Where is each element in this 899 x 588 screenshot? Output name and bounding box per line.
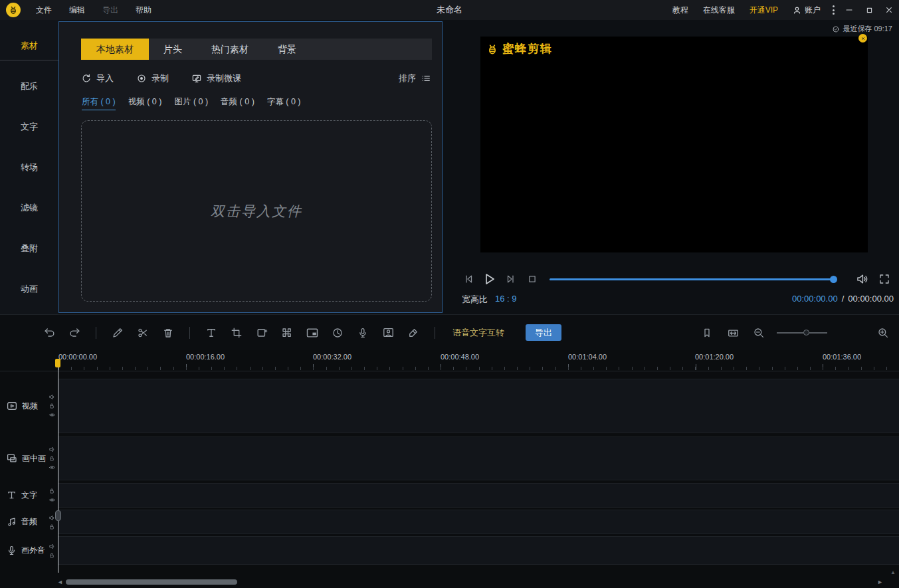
zoom-in-button[interactable] — [875, 325, 891, 341]
scroll-up-arrow[interactable]: ▲ — [890, 569, 896, 575]
filter-image[interactable]: 图片 ( 0 ) — [174, 96, 208, 110]
pip-track-lane[interactable] — [58, 437, 899, 480]
play-button[interactable] — [481, 271, 497, 287]
timeline-zoom-handle[interactable] — [803, 330, 809, 336]
seek-slider[interactable] — [549, 278, 836, 280]
lock-track-icon[interactable] — [49, 552, 55, 559]
redo-button[interactable] — [66, 325, 82, 341]
hscroll-thumb[interactable] — [66, 579, 237, 585]
ruler-label: 00:00:00.00 — [58, 353, 97, 361]
tab-intro[interactable]: 片头 — [149, 39, 197, 60]
seek-slider-handle[interactable] — [830, 276, 837, 283]
scroll-right-arrow[interactable]: ► — [877, 579, 883, 585]
sidebar-item-text[interactable]: 文字 — [0, 106, 58, 147]
left-sidebar: 素材 配乐 文字 转场 滤镜 叠附 动画 — [0, 20, 58, 314]
playhead-handle[interactable] — [55, 359, 60, 367]
filter-video[interactable]: 视频 ( 0 ) — [128, 96, 162, 110]
hide-track-icon[interactable] — [49, 496, 56, 504]
delete-button[interactable] — [160, 325, 176, 341]
app-logo-icon[interactable] — [6, 3, 21, 17]
close-button[interactable] — [879, 0, 899, 20]
voice-text-convert-button[interactable]: 语音文字互转 — [452, 327, 504, 339]
timeline-zoom-slider[interactable] — [777, 332, 827, 334]
duration-button[interactable] — [330, 325, 346, 341]
maximize-button[interactable] — [859, 0, 879, 20]
sort-button[interactable]: 排序 — [399, 72, 431, 84]
aspect-ratio-value[interactable]: 16 : 9 — [495, 294, 517, 306]
sidebar-item-animation[interactable]: 动画 — [0, 268, 58, 309]
scroll-left-arrow[interactable]: ◄ — [57, 579, 63, 585]
tutorial-link[interactable]: 教程 — [665, 5, 696, 16]
import-dropzone[interactable]: 双击导入文件 — [81, 120, 432, 302]
vip-link[interactable]: 开通VIP — [742, 5, 785, 16]
material-filters: 所有 ( 0 ) 视频 ( 0 ) 图片 ( 0 ) 音频 ( 0 ) 字幕 (… — [82, 96, 301, 110]
mute-track-icon[interactable] — [49, 393, 56, 401]
zoom-out-button[interactable] — [751, 325, 767, 341]
menu-file[interactable]: 文件 — [27, 0, 60, 20]
record-lesson-button[interactable]: 录制微课 — [191, 72, 241, 84]
timeline-ruler[interactable]: 00:00:00.00 00:00:16.00 00:00:32.00 00:0… — [0, 350, 899, 371]
export-button[interactable]: 导出 — [526, 324, 561, 341]
stop-button[interactable] — [526, 273, 538, 285]
import-label: 导入 — [96, 72, 114, 84]
menu-help[interactable]: 帮助 — [127, 0, 160, 20]
lock-track-icon[interactable] — [49, 403, 55, 409]
sort-label: 排序 — [399, 72, 416, 84]
record-lesson-label: 录制微课 — [207, 72, 241, 84]
sidebar-item-overlay[interactable]: 叠附 — [0, 228, 58, 268]
prev-frame-button[interactable] — [462, 273, 474, 285]
sidebar-item-transition[interactable]: 转场 — [0, 147, 58, 187]
voiceover-track-lane[interactable] — [58, 536, 899, 565]
ruler-label: 00:01:04.00 — [568, 353, 607, 361]
sidebar-item-filter[interactable]: 滤镜 — [0, 187, 58, 228]
import-button[interactable]: 导入 — [81, 72, 114, 84]
mosaic-button[interactable] — [279, 325, 295, 341]
sidebar-item-music[interactable]: 配乐 — [0, 66, 58, 106]
playhead-grabber[interactable] — [55, 510, 61, 521]
account-button[interactable]: 账户 — [785, 5, 827, 16]
mute-track-icon[interactable] — [49, 446, 56, 453]
online-support-link[interactable]: 在线客服 — [696, 5, 742, 16]
tab-local-material[interactable]: 本地素材 — [81, 39, 149, 60]
record-button[interactable]: 录制 — [136, 72, 169, 84]
account-label: 账户 — [805, 5, 821, 16]
hide-track-icon[interactable] — [49, 464, 56, 471]
more-menu-icon[interactable] — [827, 0, 839, 20]
record-icon — [136, 73, 147, 84]
text-track-lane[interactable] — [58, 483, 899, 508]
audio-track-lane[interactable] — [58, 510, 899, 534]
tab-background[interactable]: 背景 — [263, 39, 311, 60]
fullscreen-button[interactable] — [878, 273, 890, 285]
volume-button[interactable] — [856, 272, 869, 286]
style-brush-button[interactable] — [405, 325, 421, 341]
hide-track-icon[interactable] — [49, 411, 56, 419]
mute-track-icon[interactable] — [49, 543, 56, 550]
watermark-close-button[interactable] — [858, 34, 867, 43]
menu-edit[interactable]: 编辑 — [60, 0, 94, 20]
filter-audio[interactable]: 音频 ( 0 ) — [221, 96, 254, 110]
pip-button[interactable] — [304, 325, 320, 341]
minimize-button[interactable] — [839, 0, 859, 20]
ruler-label: 00:00:32.00 — [313, 353, 351, 361]
filter-all[interactable]: 所有 ( 0 ) — [82, 96, 116, 110]
fit-timeline-button[interactable] — [725, 325, 741, 341]
text-track-icon — [6, 490, 17, 501]
split-button[interactable] — [135, 325, 151, 341]
text-tool-button[interactable] — [203, 325, 219, 341]
voiceover-record-button[interactable] — [355, 325, 371, 341]
video-track-lane[interactable] — [58, 379, 899, 433]
portrait-cutout-button[interactable] — [380, 325, 396, 341]
next-frame-button[interactable] — [505, 273, 517, 285]
undo-button[interactable] — [41, 325, 57, 341]
lock-track-icon[interactable] — [49, 488, 55, 494]
lock-track-icon[interactable] — [49, 524, 55, 530]
edit-button[interactable] — [110, 325, 126, 341]
tab-popular-material[interactable]: 热门素材 — [197, 39, 263, 60]
lock-track-icon[interactable] — [49, 455, 55, 462]
video-track-icon — [6, 400, 18, 412]
video-preview: 蜜蜂剪辑 — [480, 37, 868, 252]
marker-button[interactable] — [699, 325, 715, 341]
freeze-frame-button[interactable] — [254, 325, 270, 341]
crop-button[interactable] — [229, 325, 245, 341]
filter-subtitle[interactable]: 字幕 ( 0 ) — [267, 96, 301, 110]
